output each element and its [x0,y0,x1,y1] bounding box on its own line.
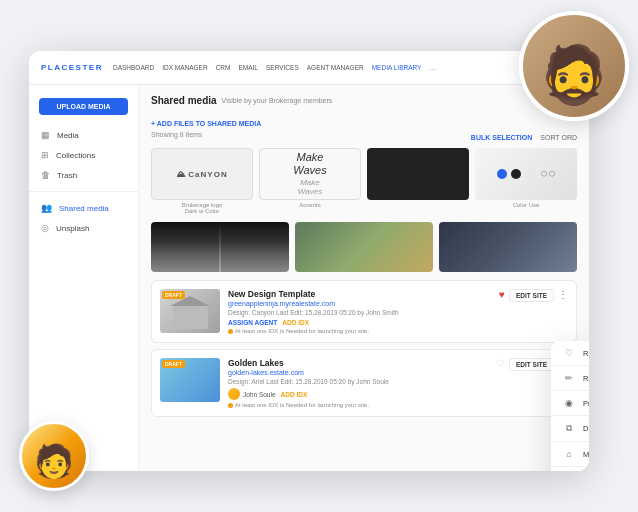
color-circle-blue [497,169,507,179]
agent-avatar-2 [228,388,240,400]
sidebar: UPLOAD MEDIA ▦ Media ⊞ Collections 🗑 Tra… [29,85,139,471]
favorite-button-2[interactable]: ♡ [496,358,505,369]
nav-more-dots[interactable]: ... [429,63,436,72]
media-grid: ⛰ CaNYON Brokerage logoDark w Color Make… [151,148,577,214]
page-subtitle: Visible by your Brokerage members [222,97,333,104]
sidebar-item-trash[interactable]: 🗑 Trash [29,165,138,185]
nav-idx-manager[interactable]: IDX MANAGER [162,64,208,71]
site-card-actions-1: ♥ EDIT SITE ⋮ [499,289,568,302]
more-options-button-1[interactable]: ⋮ [558,289,568,300]
sidebar-divider [29,191,138,192]
warning-dot-2 [228,403,233,408]
shared-media-icon: 👥 [41,203,52,213]
photo-city[interactable] [439,222,577,272]
site-card-1: DRAFT New Design Template greenappleninj… [151,280,577,343]
context-menu: ♡ Remove from favorites ✏ Rename site ◉ … [551,341,589,471]
profile-photo: 🧔 [519,11,629,121]
media-item-logo[interactable]: ⛰ CaNYON Brokerage logoDark w Color [151,148,253,214]
upload-media-button[interactable]: UPLOAD MEDIA [39,98,128,115]
browser-window: PLACESTER DASHBOARD IDX MANAGER CRM EMAI… [29,51,589,471]
waves-text: Make Waves Make Waves [293,151,326,197]
page-title: Shared media [151,95,217,106]
add-idx-tag-2[interactable]: ADD IDX [281,391,308,398]
sidebar-item-media[interactable]: ▦ Media [29,125,138,145]
add-idx-tag-1[interactable]: ADD IDX [282,319,309,326]
nav-services[interactable]: SERVICES [266,64,299,71]
menu-remove-favorites[interactable]: ♡ Remove from favorites [551,341,589,365]
photo-houses[interactable] [295,222,433,272]
menu-duplicate-site[interactable]: ⧉ Duplicate site [551,416,589,441]
unsplash-icon: ◎ [41,223,49,233]
content-area: Shared media Visible by your Brokerage m… [139,85,589,471]
sidebar-item-collections[interactable]: ⊞ Collections [29,145,138,165]
menu-manage-domain[interactable]: ⌂ Manage domain [551,442,589,466]
nav-agent-manager[interactable]: AGENT MANAGER [307,64,364,71]
canyon-logo: ⛰ CaNYON [176,169,227,179]
edit-site-button-1[interactable]: EDIT SITE [509,289,554,302]
pencil-icon: ✏ [563,373,575,383]
menu-preview-site[interactable]: ◉ Preview site [551,391,589,415]
site-tags-1: ASSIGN AGENT ADD IDX [228,319,568,326]
nav-crm[interactable]: CRM [216,64,231,71]
color-icons: ⬡ ⬡ [541,170,555,178]
waves-label: Accents [259,202,361,208]
mountain-icon: ⛰ [176,169,186,179]
menu-add-idx[interactable]: ⊞ Add IDX [551,467,589,471]
add-files-link[interactable]: + ADD FILES TO SHARED MEDIA [151,112,577,131]
favorite-button-1[interactable]: ♥ [499,289,505,300]
trash-icon: 🗑 [41,170,50,180]
site-warning-2: At least one IDX is Needed for launching… [228,402,568,408]
heart-icon: ♡ [563,348,575,358]
eye-icon: ◉ [563,398,575,408]
app-logo: PLACESTER [41,63,103,72]
site-card-2: DRAFT Golden Lakes golden-lakes.estate.c… [151,349,577,417]
draft-badge-2: DRAFT [162,360,185,368]
domain-icon: ⌂ [563,449,575,459]
site-thumb-2: DRAFT [160,358,220,402]
edit-site-button-2[interactable]: EDIT SITE [509,358,554,371]
agent-badge-2: John Soule [228,388,276,400]
bulk-selection-btn[interactable]: BULK SELECTION [471,134,532,141]
nav-media-library[interactable]: MEDIA LIBRARY [372,64,422,71]
top-navigation: PLACESTER DASHBOARD IDX MANAGER CRM EMAI… [29,51,589,85]
site-warning-1: At least one IDX is Needed for launching… [228,328,568,334]
photo-row [151,222,577,272]
site-meta-1: Design: Canyon Last Edit: 15.28.2019 05:… [228,309,568,316]
photo-road[interactable] [151,222,289,272]
site-tags-2: John Soule ADD IDX [228,388,568,400]
nav-dashboard[interactable]: DASHBOARD [113,64,154,71]
agent-name-2: John Soule [243,391,276,398]
color-label: Color Use [475,202,577,208]
content-header: Shared media Visible by your Brokerage m… [151,95,577,106]
media-item-dark[interactable] [367,148,469,214]
bottom-person-avatar: 🧑 [19,421,89,491]
media-icon: ▦ [41,130,50,140]
color-circle-light [525,169,535,179]
assign-agent-tag-1[interactable]: ASSIGN AGENT [228,319,277,326]
sidebar-item-shared-media[interactable]: 👥 Shared media [29,198,138,218]
duplicate-icon: ⧉ [563,423,575,434]
warning-dot-1 [228,329,233,334]
main-layout: UPLOAD MEDIA ▦ Media ⊞ Collections 🗑 Tra… [29,85,589,471]
media-item-waves[interactable]: Make Waves Make Waves Accents [259,148,361,214]
showing-count: Showing 8 items [151,131,202,138]
media-item-color[interactable]: ⬡ ⬡ Color Use [475,148,577,214]
site-meta-2: Design: Ariel Last Edit: 15.28.2019 05:2… [228,378,568,385]
logo-label: Brokerage logoDark w Color [151,202,253,214]
nav-email[interactable]: EMAIL [238,64,258,71]
sort-order-btn[interactable]: SORT ORD [540,134,577,141]
sidebar-item-unsplash[interactable]: ◎ Unsplash [29,218,138,238]
collections-icon: ⊞ [41,150,49,160]
nav-items: DASHBOARD IDX MANAGER CRM EMAIL SERVICES… [113,63,436,72]
color-circle-dark [511,169,521,179]
site-thumb-1: DRAFT [160,289,220,333]
menu-rename-site[interactable]: ✏ Rename site [551,366,589,390]
